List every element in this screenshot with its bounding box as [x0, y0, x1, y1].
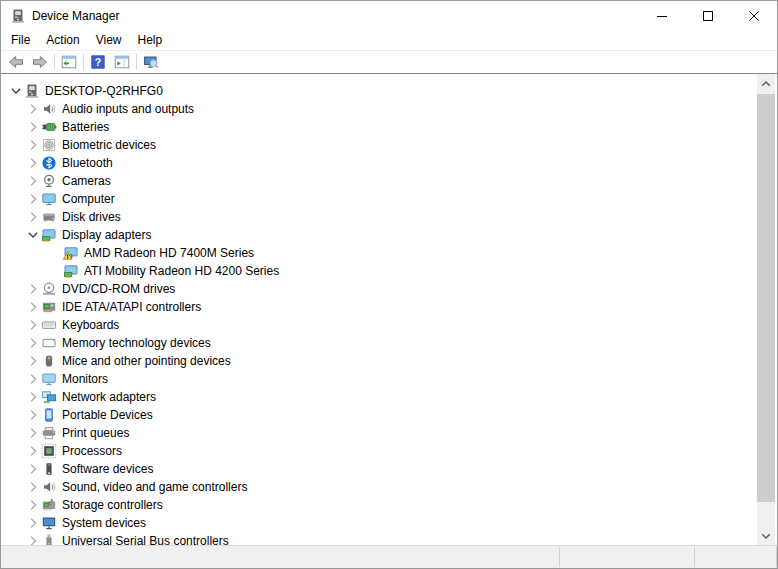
usb-icon — [41, 533, 57, 545]
scroll-up-icon — [758, 76, 774, 92]
tree-item-monitors[interactable]: Monitors — [1, 370, 777, 388]
toolbar-forward-button[interactable] — [28, 52, 52, 72]
tree-item-label: Network adapters — [62, 390, 156, 404]
tree-item-processors[interactable]: Processors — [1, 442, 777, 460]
tree-item-cameras[interactable]: Cameras — [1, 172, 777, 190]
display-adapter-icon — [63, 263, 79, 279]
tree-item-mice-and-other-pointing-devices[interactable]: Mice and other pointing devices — [1, 352, 777, 370]
chevron-down-icon[interactable] — [24, 227, 41, 243]
tree-item-amd-radeon-hd-7400m-series[interactable]: AMD Radeon HD 7400M Series — [1, 244, 777, 262]
tree-item-biometric-devices[interactable]: Biometric devices — [1, 136, 777, 154]
chevron-right-icon[interactable] — [24, 299, 41, 315]
tree-item-display-adapters[interactable]: Display adapters — [1, 226, 777, 244]
chevron-right-icon[interactable] — [24, 425, 41, 441]
scan-hardware-icon — [143, 54, 159, 70]
menu-action[interactable]: Action — [38, 31, 87, 49]
device-tree-panel: DESKTOP-Q2RHFG0Audio inputs and outputsB… — [1, 74, 777, 545]
chevron-right-icon[interactable] — [24, 461, 41, 477]
chevron-right-icon[interactable] — [24, 173, 41, 189]
maximize-icon — [703, 11, 713, 21]
statusbar-separator — [694, 547, 695, 567]
window-title: Device Manager — [32, 9, 119, 23]
close-button[interactable] — [731, 1, 777, 30]
toolbar-help-button[interactable]: ? — [86, 52, 110, 72]
computer-icon — [41, 191, 57, 207]
chevron-down-icon[interactable] — [7, 83, 24, 99]
chevron-right-icon[interactable] — [24, 479, 41, 495]
tree-item-portable-devices[interactable]: Portable Devices — [1, 406, 777, 424]
tree-item-label: Portable Devices — [62, 408, 153, 422]
tree-item-network-adapters[interactable]: Network adapters — [1, 388, 777, 406]
action-pane-icon — [114, 54, 130, 70]
chevron-right-icon[interactable] — [24, 353, 41, 369]
menu-bar: FileActionViewHelp — [1, 30, 777, 51]
scrollbar-thumb[interactable] — [757, 94, 775, 502]
tree-item-dvd-cd-rom-drives[interactable]: DVD/CD-ROM drives — [1, 280, 777, 298]
console-tree-icon — [61, 54, 77, 70]
battery-icon — [41, 119, 57, 135]
computer-root-icon — [24, 83, 40, 99]
device-manager-icon — [10, 8, 26, 24]
tree-item-memory-technology-devices[interactable]: Memory technology devices — [1, 334, 777, 352]
biometric-icon — [41, 137, 57, 153]
tree-item-label: DVD/CD-ROM drives — [62, 282, 175, 296]
svg-text:?: ? — [95, 56, 101, 68]
chevron-right-icon[interactable] — [24, 389, 41, 405]
tree-item-ide-ata-atapi-controllers[interactable]: IDE ATA/ATAPI controllers — [1, 298, 777, 316]
toolbar-back-button[interactable] — [4, 52, 28, 72]
toolbar-console-tree-button[interactable] — [57, 52, 81, 72]
tree-item-computer[interactable]: Computer — [1, 190, 777, 208]
toolbar-separator — [83, 54, 84, 70]
chevron-right-icon[interactable] — [24, 281, 41, 297]
tree-item-software-devices[interactable]: Software devices — [1, 460, 777, 478]
tree-item-keyboards[interactable]: Keyboards — [1, 316, 777, 334]
tree-item-storage-controllers[interactable]: Storage controllers — [1, 496, 777, 514]
software-icon — [41, 461, 57, 477]
maximize-button[interactable] — [685, 1, 731, 30]
tree-item-system-devices[interactable]: System devices — [1, 514, 777, 532]
toolbar-scan-hardware-button[interactable] — [139, 52, 163, 72]
tree-item-audio-inputs-and-outputs[interactable]: Audio inputs and outputs — [1, 100, 777, 118]
minimize-button[interactable] — [639, 1, 685, 30]
chevron-right-icon[interactable] — [24, 371, 41, 387]
storage-icon — [41, 497, 57, 513]
toolbar: ? — [1, 51, 777, 74]
help-icon: ? — [90, 54, 106, 70]
chevron-right-icon[interactable] — [24, 209, 41, 225]
chevron-right-icon[interactable] — [24, 497, 41, 513]
menu-view[interactable]: View — [88, 31, 130, 49]
tree-item-label: AMD Radeon HD 7400M Series — [84, 246, 254, 260]
chevron-right-icon[interactable] — [24, 335, 41, 351]
tree-item-batteries[interactable]: Batteries — [1, 118, 777, 136]
tree-item-ati-mobility-radeon-hd-4200-series[interactable]: ATI Mobility Radeon HD 4200 Series — [1, 262, 777, 280]
toolbar-action-pane-button[interactable] — [110, 52, 134, 72]
tree-item-universal-serial-bus-controllers[interactable]: Universal Serial Bus controllers — [1, 532, 777, 545]
tree-item-disk-drives[interactable]: Disk drives — [1, 208, 777, 226]
chevron-right-icon[interactable] — [24, 533, 41, 545]
chevron-right-icon[interactable] — [24, 137, 41, 153]
tree-item-sound-video-and-game-controllers[interactable]: Sound, video and game controllers — [1, 478, 777, 496]
chevron-right-icon[interactable] — [24, 515, 41, 531]
tree-item-label: ATI Mobility Radeon HD 4200 Series — [84, 264, 279, 278]
chevron-right-icon[interactable] — [24, 407, 41, 423]
chevron-right-icon[interactable] — [24, 443, 41, 459]
close-icon — [749, 11, 759, 21]
scroll-up-button[interactable] — [757, 74, 775, 93]
tree-item-print-queues[interactable]: Print queues — [1, 424, 777, 442]
tree-item-desktop-q2rhfg0[interactable]: DESKTOP-Q2RHFG0 — [1, 82, 777, 100]
scroll-down-button[interactable] — [757, 526, 775, 545]
tree-item-label: Storage controllers — [62, 498, 163, 512]
tree-item-label: Universal Serial Bus controllers — [62, 534, 229, 545]
caption-buttons — [639, 1, 777, 30]
chevron-right-icon[interactable] — [24, 119, 41, 135]
menu-file[interactable]: File — [3, 31, 38, 49]
chevron-right-icon[interactable] — [24, 317, 41, 333]
device-tree: DESKTOP-Q2RHFG0Audio inputs and outputsB… — [1, 74, 777, 545]
chevron-right-icon[interactable] — [24, 191, 41, 207]
tree-item-label: System devices — [62, 516, 146, 530]
tree-item-bluetooth[interactable]: Bluetooth — [1, 154, 777, 172]
chevron-right-icon[interactable] — [24, 155, 41, 171]
menu-help[interactable]: Help — [130, 31, 171, 49]
chevron-right-icon[interactable] — [24, 101, 41, 117]
vertical-scrollbar[interactable] — [757, 74, 775, 545]
